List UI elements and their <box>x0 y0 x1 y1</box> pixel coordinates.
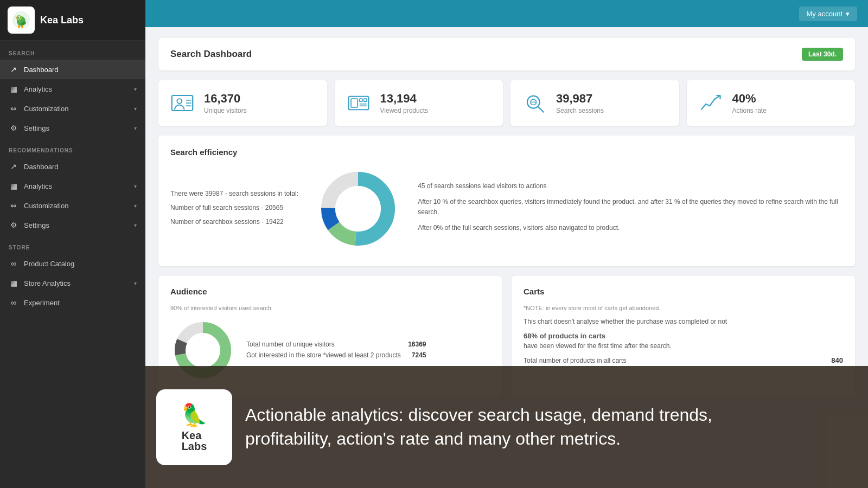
topbar: My account ▾ <box>145 0 868 27</box>
period-badge[interactable]: Last 30d. <box>802 48 843 61</box>
sidebar-item-label: Analytics <box>24 182 52 190</box>
sidebar-item-label: Customization <box>24 202 68 210</box>
sidebar-item-product-catalog[interactable]: ∞ Product Catalog <box>0 254 145 273</box>
audience-title: Audience <box>170 287 490 296</box>
carts-title: Carts <box>524 287 843 296</box>
overlay-logo: 🦜 KeaLabs <box>156 389 232 465</box>
link-icon: ∞ <box>9 259 18 268</box>
logo-box <box>8 7 35 34</box>
sidebar-item-rec-settings[interactable]: ⚙ Settings ▾ <box>0 215 145 235</box>
search-section-label: SEARCH <box>0 41 145 60</box>
audience-stat-interested: Got interested in the store *viewed at l… <box>246 351 426 359</box>
my-account-button[interactable]: My account ▾ <box>799 7 857 21</box>
sidebar-item-label: Settings <box>24 124 49 132</box>
overlay-line2: profitability, action's rate and many ot… <box>245 429 621 448</box>
arrows-icon: ⇔ <box>9 104 18 113</box>
efficiency-stat-0: There were 39987 - search sessions in to… <box>170 189 298 198</box>
sidebar-item-label: Analytics <box>24 85 52 93</box>
overlay-bird-icon: 🦜 <box>181 402 208 428</box>
carts-total-row: Total number of products in all carts 84… <box>524 356 843 364</box>
main-area: My account ▾ Search Dashboard Last 30d. <box>145 0 868 488</box>
products-icon <box>346 90 372 116</box>
sidebar-item-label: Dashboard <box>24 163 59 171</box>
chevron-down-icon: ▾ <box>134 86 137 92</box>
sidebar-item-rec-analytics[interactable]: ▦ Analytics ▾ <box>0 176 145 196</box>
sidebar-item-experiment[interactable]: ∞ Experiment <box>0 293 145 312</box>
overlay-logo-text: KeaLabs <box>182 430 207 452</box>
sidebar-item-label: Dashboard <box>24 66 59 74</box>
stat-value: 13,194 <box>380 92 429 106</box>
stat-info: 13,194 Viewed products <box>380 92 429 114</box>
link-icon: ∞ <box>9 298 18 307</box>
svg-rect-15 <box>351 99 358 107</box>
kea-logo-icon <box>11 10 31 30</box>
stat-value: 16,370 <box>204 92 247 106</box>
dashboard-title: Search Dashboard <box>170 49 252 60</box>
trend-icon: ↗ <box>9 162 18 171</box>
stat-label: Unique visitors <box>204 107 247 114</box>
svg-point-32 <box>186 333 220 367</box>
svg-point-10 <box>177 99 182 104</box>
stat-label: Actions rate <box>732 107 767 114</box>
sidebar-item-label: Store Analytics <box>24 279 71 287</box>
gear-icon: ⚙ <box>9 123 18 133</box>
efficiency-notes: 45 of search sessions lead visitors to a… <box>418 181 843 239</box>
sidebar-item-label: Customization <box>24 105 68 113</box>
overlay-bar: 🦜 KeaLabs Actionable analytics: discover… <box>145 366 868 488</box>
stat-info: 16,370 Unique visitors <box>204 92 247 114</box>
sidebar-logo: Kea Labs <box>0 0 145 41</box>
carts-description: This chart doesn't analyse whether the p… <box>524 318 843 325</box>
chevron-down-icon: ▾ <box>134 280 137 286</box>
store-section-label: STORE <box>0 235 145 254</box>
audience-stat-label: Got interested in the store *viewed at l… <box>246 351 401 359</box>
carts-stat1: 68% of products in carts <box>524 332 843 340</box>
carts-stat3-value: 840 <box>831 356 843 364</box>
stat-label: Viewed products <box>380 107 429 114</box>
sidebar: Kea Labs SEARCH ↗ Dashboard ▦ Analytics … <box>0 0 145 488</box>
stat-info: 40% Actions rate <box>732 92 767 114</box>
stat-card-visitors: 16,370 Unique visitors <box>158 80 327 126</box>
chevron-down-icon: ▾ <box>134 222 137 228</box>
efficiency-stat-1: Number of full search sessions - 20565 <box>170 203 298 213</box>
svg-rect-7 <box>18 25 20 28</box>
logo-label: Kea Labs <box>40 15 84 26</box>
sidebar-item-rec-dashboard[interactable]: ↗ Dashboard <box>0 157 145 176</box>
svg-line-21 <box>538 107 544 112</box>
audience-subtitle: 90% of interested visitors used search <box>170 305 490 311</box>
sidebar-item-store-analytics[interactable]: ▦ Store Analytics ▾ <box>0 273 145 293</box>
stat-info: 39,987 Search sessions <box>556 92 604 114</box>
efficiency-title: Search efficiency <box>170 147 843 157</box>
efficiency-note-0: 45 of search sessions lead visitors to a… <box>418 181 843 191</box>
audience-stat-visitors: Total number of unique visitors 16369 <box>246 341 426 348</box>
grid-icon: ▦ <box>9 181 18 191</box>
donut-chart <box>315 165 401 254</box>
chevron-down-icon: ▾ <box>134 106 137 112</box>
chevron-down-icon: ▾ <box>134 183 137 189</box>
efficiency-note-1: After 10 % of the searchbox queries, vis… <box>418 197 843 217</box>
recommendations-section-label: RECOMMENDATIONS <box>0 138 145 157</box>
sidebar-item-label: Settings <box>24 221 49 229</box>
sidebar-item-dashboard[interactable]: ↗ Dashboard <box>0 60 145 79</box>
carts-note: *NOTE: in every store most of carts get … <box>524 305 843 311</box>
stat-card-products: 13,194 Viewed products <box>335 80 503 126</box>
audience-stat-value: 16369 <box>408 341 426 348</box>
gear-icon: ⚙ <box>9 220 18 230</box>
efficiency-stats: There were 39987 - search sessions in to… <box>170 189 298 231</box>
carts-stat3-label: Total number of products in all carts <box>524 357 626 364</box>
efficiency-stat-2: Number of searchbox sessions - 19422 <box>170 217 298 227</box>
sidebar-item-rec-customization[interactable]: ⇔ Customization ▾ <box>0 196 145 215</box>
sidebar-item-customization[interactable]: ⇔ Customization ▾ <box>0 99 145 118</box>
chevron-down-icon: ▾ <box>134 203 137 209</box>
dashboard-header-card: Search Dashboard Last 30d. <box>158 38 855 70</box>
svg-rect-16 <box>359 99 362 101</box>
sidebar-item-label: Experiment <box>24 299 60 307</box>
sidebar-item-label: Product Catalog <box>24 260 74 268</box>
svg-rect-8 <box>21 25 23 28</box>
search-sessions-icon <box>521 90 547 116</box>
actions-rate-icon <box>698 90 724 116</box>
sidebar-item-analytics[interactable]: ▦ Analytics ▾ <box>0 79 145 99</box>
efficiency-note-2: After 0% of the full search sessions, vi… <box>418 223 843 233</box>
grid-icon: ▦ <box>9 84 18 94</box>
sidebar-item-settings[interactable]: ⚙ Settings ▾ <box>0 118 145 138</box>
overlay-message: Actionable analytics: discover search us… <box>245 403 712 450</box>
